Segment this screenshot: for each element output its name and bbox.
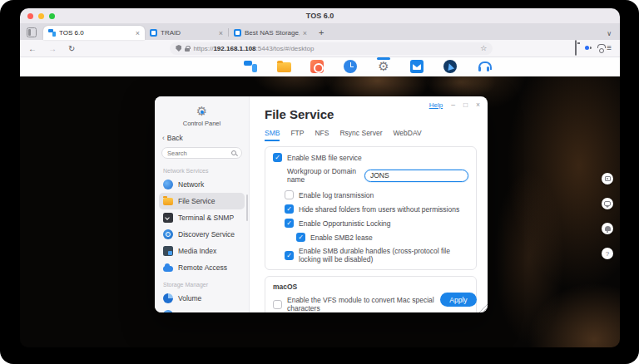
sidebar-item-terminal-snmp[interactable]: Terminal & SNMP: [159, 209, 245, 226]
close-tab-icon[interactable]: ×: [303, 29, 307, 37]
page-title: File Service: [265, 107, 488, 121]
dock-mail-icon[interactable]: [409, 59, 424, 74]
vfs-module-checkbox[interactable]: [273, 300, 282, 309]
bookmark-star-icon[interactable]: ☆: [480, 44, 487, 52]
file-service-pane: Help – □ × File Service SMB FTP NFS Rsyn…: [250, 96, 488, 312]
close-tab-icon[interactable]: ×: [136, 29, 140, 37]
save-page-icon[interactable]: [575, 40, 577, 56]
cloud-icon: [163, 266, 173, 272]
dock-file-manager-icon[interactable]: [276, 59, 291, 74]
checkbox-label: Hide shared folders from users without p…: [299, 205, 459, 214]
opportunistic-locking-checkbox[interactable]: ✓: [285, 219, 294, 228]
bell-icon: [605, 226, 611, 231]
control-panel-dialog: ⚙ Control Panel ‹Back Network Services N…: [155, 96, 488, 312]
checkbox-label: Enable SMB file service: [287, 154, 362, 162]
network-icon: [163, 180, 173, 189]
address-bar[interactable]: https://192.168.1.108:5443/tos/#/desktop…: [170, 42, 493, 55]
list-all-tabs-icon[interactable]: ∨: [607, 30, 615, 37]
dock-app-center-icon[interactable]: [310, 59, 324, 74]
back-link[interactable]: ‹Back: [155, 127, 249, 142]
dock-tos-apps-icon[interactable]: [243, 59, 258, 74]
dialog-maximize-icon[interactable]: □: [463, 101, 468, 109]
back-button[interactable]: ←: [28, 44, 37, 53]
feedback-button[interactable]: [602, 198, 613, 209]
log-transmission-checkbox[interactable]: [285, 190, 294, 199]
sidebar-item-file-service[interactable]: File Service: [159, 193, 245, 209]
toolbar-right-icons: ≡: [575, 41, 612, 56]
close-window-button[interactable]: [27, 13, 33, 19]
sidebar-item-network[interactable]: Network: [159, 176, 245, 193]
new-tab-button[interactable]: +: [319, 27, 324, 37]
macos-header: macOS: [273, 283, 468, 291]
window-title: TOS 6.0: [20, 12, 620, 20]
smb2-lease-checkbox[interactable]: ✓: [296, 233, 305, 242]
dock-control-panel-icon[interactable]: ⚙: [376, 59, 391, 74]
reload-button[interactable]: ↻: [68, 44, 75, 53]
question-icon: ?: [606, 250, 609, 258]
dock-backup-icon[interactable]: [343, 59, 358, 74]
clipped-item-icon: [163, 310, 173, 312]
tab-tos[interactable]: TOS 6.0 ×: [43, 26, 145, 40]
tab-smb[interactable]: SMB: [265, 129, 280, 141]
sidebar-item-discovery-service[interactable]: Discovery Service: [159, 226, 245, 243]
sidebar-item-media-index[interactable]: Media Index: [159, 243, 245, 259]
browser-tabbar: TOS 6.0 × TRAID × Best NAS Storage, RAID…: [20, 23, 620, 40]
tab-best-nas[interactable]: Best NAS Storage, RAID storag ×: [229, 26, 312, 40]
tab-traid[interactable]: TRAID ×: [145, 26, 228, 40]
tab-rsync-server[interactable]: Rsync Server: [339, 129, 382, 141]
resize-handle[interactable]: [478, 303, 488, 312]
control-panel-gear-icon: ⚙: [196, 105, 207, 117]
window-titlebar: TOS 6.0: [20, 8, 620, 23]
wallpaper-button[interactable]: [602, 173, 613, 184]
sidebar-item-remote-access[interactable]: Remote Access: [159, 259, 245, 276]
tab-webdav[interactable]: WebDAV: [394, 129, 422, 141]
dock-support-icon[interactable]: [476, 59, 491, 74]
active-app-indicator: [377, 57, 390, 60]
sidebar-search[interactable]: [161, 147, 242, 159]
tos-favicon-icon: [48, 29, 56, 37]
control-panel-header: ⚙ Control Panel: [155, 96, 249, 127]
minimize-window-button[interactable]: [38, 13, 44, 19]
tab-ftp[interactable]: FTP: [290, 129, 304, 141]
dialog-window-controls: Help – □ ×: [429, 101, 480, 109]
zoom-window-button[interactable]: [49, 13, 55, 19]
lock-icon[interactable]: [185, 48, 190, 52]
dialog-close-icon[interactable]: ×: [476, 101, 480, 109]
screenshot-canvas: TOS 6.0 TOS 6.0 × TRAID × Best NAS Stora…: [0, 0, 639, 364]
menu-icon[interactable]: ≡: [607, 44, 612, 52]
dock-security-icon[interactable]: [443, 59, 458, 74]
service-tabs: SMB FTP NFS Rsync Server WebDAV: [265, 129, 488, 141]
browser-window: TOS 6.0 TOS 6.0 × TRAID × Best NAS Stora…: [20, 8, 620, 347]
checkbox-label: Enable log transmission: [299, 191, 374, 199]
sidebar-item-volume[interactable]: Volume: [159, 290, 245, 307]
enable-smb-checkbox[interactable]: ✓: [273, 153, 282, 162]
section-header: Storage Manager: [155, 276, 249, 290]
checkbox-label: Enable SMB durable handles (cross-protoc…: [299, 247, 468, 263]
close-tab-icon[interactable]: ×: [219, 29, 223, 37]
tracking-shield-icon[interactable]: [176, 45, 181, 52]
smb-settings-panel: ✓ Enable SMB file service Workgroup or D…: [265, 146, 477, 270]
help-button[interactable]: ?: [602, 248, 613, 259]
url-text: https://192.168.1.108:5443/tos/#/desktop: [193, 45, 477, 52]
forward-button[interactable]: →: [48, 44, 57, 53]
smb-settings-content: ✓ Enable SMB file service Workgroup or D…: [265, 146, 477, 312]
sidebar-scrollbar[interactable]: [246, 194, 249, 221]
browser-toolbar: ← → ↻ https://192.168.1.108:5443/tos/#/d…: [20, 40, 620, 57]
sidebar-item-partial[interactable]: [159, 307, 245, 312]
tab-nfs[interactable]: NFS: [315, 129, 329, 141]
smb-durable-handles-checkbox[interactable]: ✓: [285, 251, 294, 260]
desktop-floating-buttons: ?: [602, 173, 613, 259]
control-panel-app-name: Control Panel: [155, 120, 249, 127]
workgroup-input[interactable]: [364, 170, 468, 182]
help-link[interactable]: Help: [429, 101, 443, 109]
checkbox-label: Enable SMB2 lease: [310, 234, 373, 242]
apply-button[interactable]: Apply: [440, 293, 477, 307]
search-input[interactable]: [167, 150, 225, 157]
notifications-button[interactable]: [602, 223, 613, 234]
checkbox-label: Enable Opportunistic Locking: [299, 219, 391, 228]
dialog-minimize-icon[interactable]: –: [451, 101, 455, 109]
terramaster-favicon-icon: [150, 29, 157, 37]
hide-shared-folders-checkbox[interactable]: ✓: [285, 204, 294, 214]
firefox-view-icon[interactable]: [27, 27, 37, 37]
terramaster-favicon-icon: [234, 29, 241, 37]
